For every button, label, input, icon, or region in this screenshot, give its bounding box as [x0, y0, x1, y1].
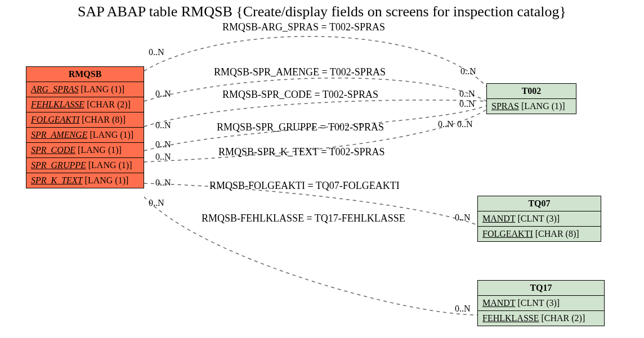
field-type: [LANG (1)]: [90, 130, 133, 139]
field-type: [LANG (1)]: [88, 160, 132, 170]
field-name: FEHLKLASSE: [31, 100, 84, 109]
cardinality-label: 0..N: [155, 120, 171, 130]
cardinality-label: 0..N: [460, 66, 476, 76]
field-name: MANDT: [482, 298, 515, 308]
table-t002-header: T002: [487, 84, 576, 99]
cardinality-label: 0..N: [155, 89, 171, 99]
field-type: [CLNT (3)]: [517, 214, 560, 223]
field-name: SPR_AMENGE: [31, 130, 87, 139]
field-row: MANDT [CLNT (3)]: [478, 296, 604, 311]
field-name: SPR_CODE: [31, 145, 75, 155]
cardinality-label: 0..N: [155, 139, 171, 150]
cardinality-label: 0..N: [438, 119, 454, 129]
field-name: FEHLKLASSE: [482, 313, 539, 323]
relation-label: RMQSB-SPR_GRUPPE = T002-SPRAS: [217, 121, 384, 133]
field-row: SPR_GRUPPE [LANG (1)]: [26, 158, 144, 173]
table-tq17: TQ17 MANDT [CLNT (3)] FEHLKLASSE [CHAR (…: [477, 280, 605, 326]
field-type: [CHAR (8)]: [82, 115, 126, 124]
field-row: FEHLKLASSE [CHAR (2)]: [26, 97, 144, 112]
field-name: SPR_K_TEXT: [31, 175, 83, 185]
field-type: [LANG (1)]: [521, 101, 565, 111]
field-name: FOLGEAKTI: [31, 115, 79, 124]
cardinality-label: 0..N: [459, 89, 475, 99]
cardinality-label: 0..N: [149, 47, 164, 57]
field-name: ARG_SPRAS: [31, 84, 78, 94]
table-rmqsb: RMQSB ARG_SPRAS [LANG (1)] FEHLKLASSE [C…: [26, 66, 144, 188]
relation-label: RMQSB-SPR_AMENGE = T002-SPRAS: [214, 66, 386, 78]
table-tq07-header: TQ07: [478, 196, 601, 211]
field-type: [LANG (1)]: [85, 175, 129, 185]
cardinality-label: 0..N: [149, 198, 164, 208]
relation-label: RMQSB-SPR_CODE = T002-SPRAS: [222, 89, 378, 101]
relation-label: RMQSB-SPR_K_TEXT = T002-SPRAS: [218, 146, 385, 158]
relation-label: RMQSB-FOLGEAKTI = TQ07-FOLGEAKTI: [209, 180, 400, 192]
field-type: [CLNT (3)]: [517, 298, 560, 308]
cardinality-label: 0..N: [457, 119, 473, 129]
field-type: [LANG (1)]: [78, 145, 122, 155]
field-type: [CHAR (2)]: [541, 313, 585, 323]
cardinality-label: 0..N: [155, 152, 171, 162]
table-rmqsb-header: RMQSB: [26, 67, 144, 82]
table-tq07: TQ07 MANDT [CLNT (3)] FOLGEAKTI [CHAR (8…: [477, 196, 601, 242]
field-type: [LANG (1)]: [80, 84, 124, 94]
relation-label: RMQSB-FEHLKLASSE = TQ17-FEHLKLASSE: [202, 213, 405, 224]
cardinality-label: 0..N: [155, 178, 171, 188]
field-row: MANDT [CLNT (3)]: [478, 211, 601, 227]
relation-label: RMQSB-ARG_SPRAS = T002-SPRAS: [222, 21, 385, 33]
field-name: FOLGEAKTI: [482, 229, 533, 238]
field-row: SPR_CODE [LANG (1)]: [26, 143, 144, 158]
field-row: SPRAS [LANG (1)]: [487, 99, 576, 114]
table-tq17-header: TQ17: [478, 281, 604, 296]
field-name: SPR_GRUPPE: [31, 160, 86, 170]
field-name: MANDT: [482, 214, 515, 223]
page-title: SAP ABAP table RMQSB {Create/display fie…: [0, 3, 644, 20]
cardinality-label: 0..N: [455, 213, 471, 223]
field-row: FEHLKLASSE [CHAR (2)]: [478, 311, 604, 326]
cardinality-label: 0..N: [459, 99, 475, 109]
field-row: FOLGEAKTI [CHAR (8)]: [478, 227, 601, 241]
field-type: [CHAR (8)]: [535, 229, 579, 238]
field-row: FOLGEAKTI [CHAR (8)]: [26, 112, 144, 128]
field-name: SPRAS: [491, 101, 519, 111]
field-row: SPR_K_TEXT [LANG (1)]: [26, 173, 144, 188]
table-t002: T002 SPRAS [LANG (1)]: [486, 83, 576, 114]
field-row: SPR_AMENGE [LANG (1)]: [26, 128, 144, 143]
field-type: [CHAR (2)]: [87, 100, 131, 109]
field-row: ARG_SPRAS [LANG (1)]: [26, 82, 144, 97]
cardinality-label: 0..N: [455, 304, 471, 314]
